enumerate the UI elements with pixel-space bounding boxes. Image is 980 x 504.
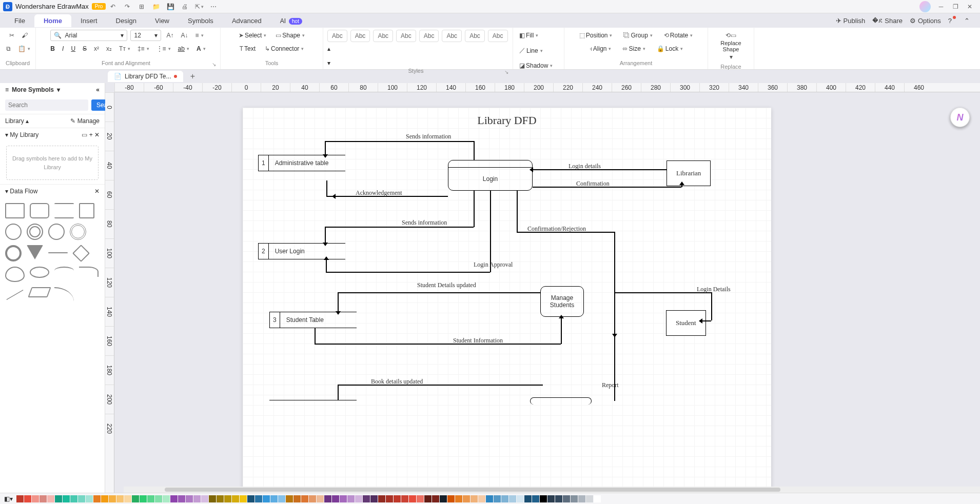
color-swatch[interactable]: [55, 495, 62, 502]
flow-report[interactable]: Report: [602, 382, 619, 389]
color-swatch[interactable]: [263, 495, 270, 502]
copy-icon[interactable]: ⧉: [4, 43, 13, 54]
text-tool[interactable]: T Text: [238, 43, 258, 54]
shape-parallelogram[interactable]: [28, 287, 51, 297]
shape-square[interactable]: [79, 203, 94, 218]
select-tool[interactable]: ➤ Select: [237, 30, 268, 41]
cut-icon[interactable]: ✂: [7, 30, 16, 41]
connector-tool[interactable]: ↳ Connector: [263, 43, 306, 54]
replace-shape-button[interactable]: ⟲▭Replace Shape ▾: [712, 30, 750, 63]
shape-arc-2[interactable]: [79, 267, 99, 277]
color-swatch[interactable]: [517, 495, 524, 502]
color-swatch[interactable]: [555, 495, 562, 502]
shape-circle-1[interactable]: [5, 224, 22, 240]
increase-font-icon[interactable]: A↑: [164, 30, 175, 41]
shape-arc-1[interactable]: [54, 267, 74, 275]
mylib-close-icon[interactable]: ✕: [94, 131, 100, 138]
style-preset-1[interactable]: Abc: [327, 30, 347, 42]
format-painter-icon[interactable]: 🖌: [19, 30, 30, 41]
style-preset-4[interactable]: Abc: [396, 30, 416, 42]
color-swatch[interactable]: [347, 495, 355, 502]
shape-diamond[interactable]: [72, 245, 90, 262]
color-swatch[interactable]: [571, 495, 578, 502]
color-swatch[interactable]: [247, 495, 254, 502]
menu-ai[interactable]: AIhot: [271, 14, 311, 27]
font-family-select[interactable]: 🔍 Arial▾: [50, 30, 127, 41]
flow-book-details[interactable]: Book details updated: [371, 378, 423, 385]
style-preset-5[interactable]: Abc: [419, 30, 439, 42]
color-swatch[interactable]: [432, 495, 439, 502]
color-swatch[interactable]: [140, 495, 147, 502]
color-swatch[interactable]: [463, 495, 470, 502]
more-symbols-title[interactable]: More Symbols: [12, 86, 54, 93]
paste-icon[interactable]: 📋: [16, 43, 32, 54]
flow-sends-info-1[interactable]: Sends information: [406, 133, 451, 140]
shape-ellipse[interactable]: [30, 267, 49, 278]
align-text-icon[interactable]: ≡: [193, 30, 206, 41]
color-swatch[interactable]: [524, 495, 532, 502]
avatar[interactable]: [919, 1, 931, 12]
shape-line[interactable]: [48, 252, 68, 253]
color-swatch[interactable]: [186, 495, 193, 502]
color-swatch[interactable]: [301, 495, 308, 502]
flow-confirmation[interactable]: Confirmation: [576, 180, 610, 187]
color-swatch[interactable]: [332, 495, 339, 502]
line-spacing-icon[interactable]: ‡≡: [135, 43, 151, 54]
ai-floating-button[interactable]: N: [950, 108, 970, 127]
bold-icon[interactable]: B: [48, 43, 57, 54]
style-preset-8[interactable]: Abc: [488, 30, 508, 42]
save-icon[interactable]: 💾: [165, 1, 176, 12]
color-swatch[interactable]: [232, 495, 239, 502]
flow-sends-info-2[interactable]: Sends information: [402, 219, 447, 226]
shape-cloud[interactable]: [5, 267, 25, 282]
color-swatch[interactable]: [224, 495, 231, 502]
menu-design[interactable]: Design: [107, 14, 146, 27]
menu-insert[interactable]: Insert: [71, 14, 107, 27]
mylib-add-icon[interactable]: +: [89, 131, 93, 138]
my-library-section[interactable]: ▾ My Library: [5, 131, 38, 138]
color-swatch[interactable]: [540, 495, 547, 502]
color-swatch[interactable]: [278, 495, 285, 502]
color-swatch[interactable]: [163, 495, 170, 502]
datastore-student-table[interactable]: Student Table: [280, 312, 330, 328]
shape-circle-bold[interactable]: [5, 245, 22, 261]
color-swatch[interactable]: [193, 495, 201, 502]
color-swatch[interactable]: [116, 495, 124, 502]
color-swatch[interactable]: [201, 495, 208, 502]
flow-login-approval[interactable]: Login Approval: [474, 261, 513, 268]
doc-tab-library-dfd[interactable]: 📄Library DFD Te...: [108, 71, 183, 82]
rotate-button[interactable]: ⟲ Rotate: [662, 30, 695, 41]
shape-rect[interactable]: [5, 203, 25, 218]
color-swatch[interactable]: [309, 495, 316, 502]
color-swatch[interactable]: [409, 495, 416, 502]
color-swatch[interactable]: [355, 495, 362, 502]
share-button[interactable]: �ደ Share: [872, 16, 903, 25]
bullet-list-icon[interactable]: ⋮≡: [154, 43, 173, 54]
color-swatch[interactable]: [109, 495, 116, 502]
position-button[interactable]: ⬚ Position: [577, 30, 615, 41]
color-swatch[interactable]: [293, 495, 301, 502]
style-preset-7[interactable]: Abc: [465, 30, 485, 42]
menu-home[interactable]: Home: [34, 14, 71, 27]
color-swatch[interactable]: [78, 495, 85, 502]
menu-advanced[interactable]: Advanced: [223, 14, 271, 27]
color-swatch[interactable]: [155, 495, 162, 502]
text-case-icon[interactable]: Tт: [117, 43, 132, 54]
color-swatch[interactable]: [417, 495, 424, 502]
color-swatch[interactable]: [101, 495, 108, 502]
more-quickaccess-icon[interactable]: ⋯: [208, 1, 219, 12]
color-swatch[interactable]: [440, 495, 447, 502]
color-swatch[interactable]: [486, 495, 493, 502]
color-swatch[interactable]: [40, 495, 47, 502]
color-swatch[interactable]: [386, 495, 393, 502]
color-swatch[interactable]: [124, 495, 131, 502]
color-swatch[interactable]: [24, 495, 31, 502]
color-swatch[interactable]: [455, 495, 462, 502]
color-swatch[interactable]: [209, 495, 216, 502]
color-swatch[interactable]: [586, 495, 593, 502]
menu-file[interactable]: File: [5, 14, 34, 27]
color-swatch[interactable]: [532, 495, 539, 502]
undo-icon[interactable]: ↶: [107, 1, 119, 12]
flow-student-updated[interactable]: Student Details updated: [417, 282, 476, 289]
flow-ack[interactable]: Acknowledgement: [356, 190, 402, 196]
